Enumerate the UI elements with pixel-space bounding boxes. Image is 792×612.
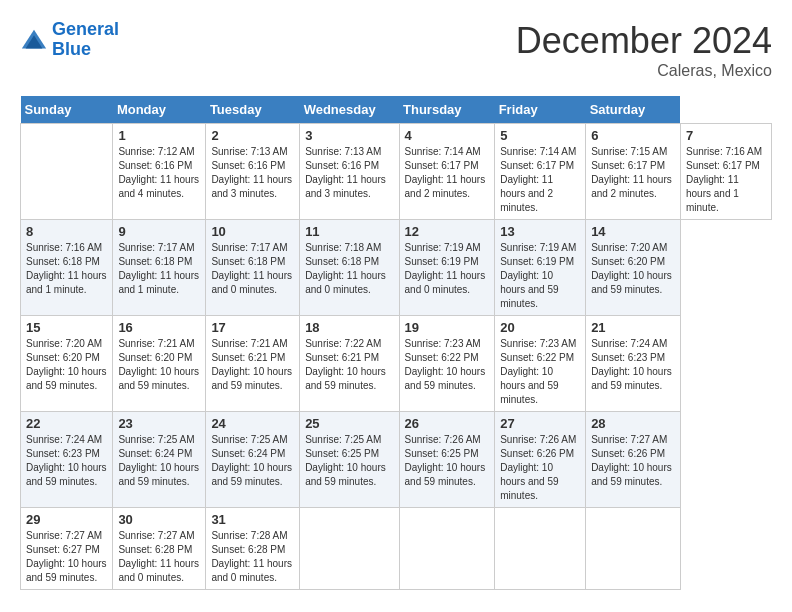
calendar-day-cell: 23 Sunrise: 7:25 AMSunset: 6:24 PMDaylig… [113,412,206,508]
day-number: 30 [118,512,200,527]
day-number: 31 [211,512,294,527]
calendar-day-cell: 28 Sunrise: 7:27 AMSunset: 6:26 PMDaylig… [586,412,681,508]
day-info: Sunrise: 7:13 AMSunset: 6:16 PMDaylight:… [305,145,393,201]
calendar-day-cell: 27 Sunrise: 7:26 AMSunset: 6:26 PMDaylig… [495,412,586,508]
calendar-day-cell: 19 Sunrise: 7:23 AMSunset: 6:22 PMDaylig… [399,316,495,412]
calendar-week-row: 1 Sunrise: 7:12 AMSunset: 6:16 PMDayligh… [21,124,772,220]
day-header-sunday: Sunday [21,96,113,124]
calendar-day-cell [399,508,495,590]
calendar-day-cell: 18 Sunrise: 7:22 AMSunset: 6:21 PMDaylig… [300,316,399,412]
day-info: Sunrise: 7:17 AMSunset: 6:18 PMDaylight:… [211,241,294,297]
calendar-day-cell: 14 Sunrise: 7:20 AMSunset: 6:20 PMDaylig… [586,220,681,316]
day-info: Sunrise: 7:13 AMSunset: 6:16 PMDaylight:… [211,145,294,201]
calendar-day-cell [495,508,586,590]
calendar-table: SundayMondayTuesdayWednesdayThursdayFrid… [20,96,772,590]
day-info: Sunrise: 7:17 AMSunset: 6:18 PMDaylight:… [118,241,200,297]
day-info: Sunrise: 7:25 AMSunset: 6:24 PMDaylight:… [211,433,294,489]
day-number: 3 [305,128,393,143]
day-info: Sunrise: 7:18 AMSunset: 6:18 PMDaylight:… [305,241,393,297]
calendar-day-cell: 17 Sunrise: 7:21 AMSunset: 6:21 PMDaylig… [206,316,300,412]
calendar-day-cell: 29 Sunrise: 7:27 AMSunset: 6:27 PMDaylig… [21,508,113,590]
day-info: Sunrise: 7:24 AMSunset: 6:23 PMDaylight:… [591,337,675,393]
day-info: Sunrise: 7:21 AMSunset: 6:20 PMDaylight:… [118,337,200,393]
day-number: 26 [405,416,490,431]
day-header-wednesday: Wednesday [300,96,399,124]
page-header: General Blue December 2024 Caleras, Mexi… [20,20,772,80]
day-number: 2 [211,128,294,143]
calendar-header-row: SundayMondayTuesdayWednesdayThursdayFrid… [21,96,772,124]
day-info: Sunrise: 7:20 AMSunset: 6:20 PMDaylight:… [591,241,675,297]
day-info: Sunrise: 7:12 AMSunset: 6:16 PMDaylight:… [118,145,200,201]
day-header-tuesday: Tuesday [206,96,300,124]
day-info: Sunrise: 7:23 AMSunset: 6:22 PMDaylight:… [405,337,490,393]
day-number: 6 [591,128,675,143]
calendar-day-cell: 7 Sunrise: 7:16 AMSunset: 6:17 PMDayligh… [680,124,771,220]
logo: General Blue [20,20,119,60]
day-header-thursday: Thursday [399,96,495,124]
month-title: December 2024 [516,20,772,62]
day-number: 25 [305,416,393,431]
calendar-day-cell: 10 Sunrise: 7:17 AMSunset: 6:18 PMDaylig… [206,220,300,316]
day-number: 5 [500,128,580,143]
calendar-day-cell: 24 Sunrise: 7:25 AMSunset: 6:24 PMDaylig… [206,412,300,508]
day-info: Sunrise: 7:23 AMSunset: 6:22 PMDaylight:… [500,337,580,407]
day-info: Sunrise: 7:19 AMSunset: 6:19 PMDaylight:… [500,241,580,311]
calendar-week-row: 22 Sunrise: 7:24 AMSunset: 6:23 PMDaylig… [21,412,772,508]
day-number: 29 [26,512,107,527]
calendar-day-cell: 15 Sunrise: 7:20 AMSunset: 6:20 PMDaylig… [21,316,113,412]
day-info: Sunrise: 7:14 AMSunset: 6:17 PMDaylight:… [500,145,580,215]
day-header-friday: Friday [495,96,586,124]
day-number: 21 [591,320,675,335]
day-number: 28 [591,416,675,431]
calendar-day-cell: 31 Sunrise: 7:28 AMSunset: 6:28 PMDaylig… [206,508,300,590]
day-number: 7 [686,128,766,143]
day-info: Sunrise: 7:27 AMSunset: 6:27 PMDaylight:… [26,529,107,585]
day-number: 9 [118,224,200,239]
day-info: Sunrise: 7:21 AMSunset: 6:21 PMDaylight:… [211,337,294,393]
day-number: 14 [591,224,675,239]
calendar-week-row: 8 Sunrise: 7:16 AMSunset: 6:18 PMDayligh… [21,220,772,316]
day-number: 13 [500,224,580,239]
day-info: Sunrise: 7:19 AMSunset: 6:19 PMDaylight:… [405,241,490,297]
day-header-saturday: Saturday [586,96,681,124]
day-info: Sunrise: 7:16 AMSunset: 6:17 PMDaylight:… [686,145,766,215]
day-number: 11 [305,224,393,239]
day-number: 27 [500,416,580,431]
day-number: 10 [211,224,294,239]
calendar-day-cell: 1 Sunrise: 7:12 AMSunset: 6:16 PMDayligh… [113,124,206,220]
location: Caleras, Mexico [516,62,772,80]
calendar-day-cell: 6 Sunrise: 7:15 AMSunset: 6:17 PMDayligh… [586,124,681,220]
day-header-monday: Monday [113,96,206,124]
day-info: Sunrise: 7:27 AMSunset: 6:26 PMDaylight:… [591,433,675,489]
day-number: 18 [305,320,393,335]
calendar-day-cell: 25 Sunrise: 7:25 AMSunset: 6:25 PMDaylig… [300,412,399,508]
calendar-day-cell: 2 Sunrise: 7:13 AMSunset: 6:16 PMDayligh… [206,124,300,220]
day-info: Sunrise: 7:28 AMSunset: 6:28 PMDaylight:… [211,529,294,585]
calendar-day-cell: 4 Sunrise: 7:14 AMSunset: 6:17 PMDayligh… [399,124,495,220]
calendar-day-cell: 3 Sunrise: 7:13 AMSunset: 6:16 PMDayligh… [300,124,399,220]
calendar-day-cell: 30 Sunrise: 7:27 AMSunset: 6:28 PMDaylig… [113,508,206,590]
day-info: Sunrise: 7:26 AMSunset: 6:25 PMDaylight:… [405,433,490,489]
calendar-day-cell: 13 Sunrise: 7:19 AMSunset: 6:19 PMDaylig… [495,220,586,316]
calendar-week-row: 15 Sunrise: 7:20 AMSunset: 6:20 PMDaylig… [21,316,772,412]
day-number: 16 [118,320,200,335]
day-number: 20 [500,320,580,335]
calendar-day-cell: 5 Sunrise: 7:14 AMSunset: 6:17 PMDayligh… [495,124,586,220]
day-info: Sunrise: 7:27 AMSunset: 6:28 PMDaylight:… [118,529,200,585]
calendar-day-cell: 8 Sunrise: 7:16 AMSunset: 6:18 PMDayligh… [21,220,113,316]
calendar-day-cell [586,508,681,590]
day-number: 4 [405,128,490,143]
day-info: Sunrise: 7:16 AMSunset: 6:18 PMDaylight:… [26,241,107,297]
day-info: Sunrise: 7:22 AMSunset: 6:21 PMDaylight:… [305,337,393,393]
calendar-day-cell: 12 Sunrise: 7:19 AMSunset: 6:19 PMDaylig… [399,220,495,316]
day-number: 15 [26,320,107,335]
calendar-day-cell [300,508,399,590]
calendar-day-cell: 20 Sunrise: 7:23 AMSunset: 6:22 PMDaylig… [495,316,586,412]
day-number: 24 [211,416,294,431]
calendar-day-cell [21,124,113,220]
day-number: 22 [26,416,107,431]
day-number: 12 [405,224,490,239]
logo-text: General Blue [52,20,119,60]
day-info: Sunrise: 7:26 AMSunset: 6:26 PMDaylight:… [500,433,580,503]
title-block: December 2024 Caleras, Mexico [516,20,772,80]
